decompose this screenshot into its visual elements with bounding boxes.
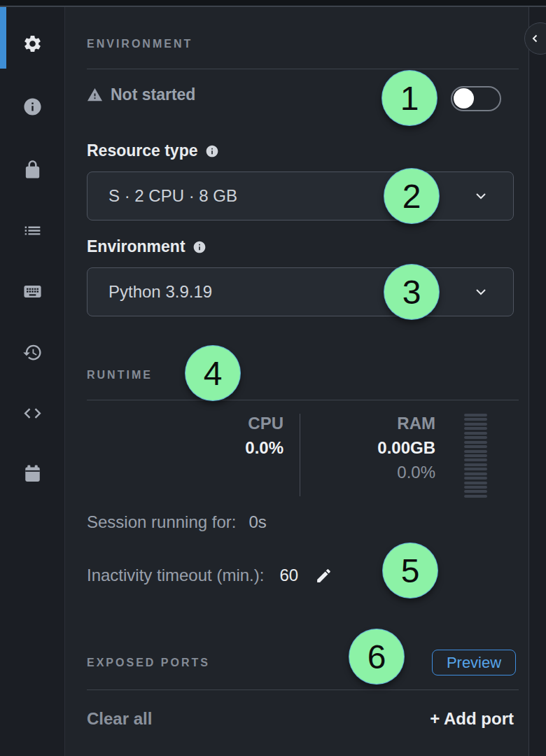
collapsed-rail: [529, 7, 546, 756]
environment-section-header: ENVIRONMENT: [87, 38, 192, 50]
settings-content: ENVIRONMENT Not started Resource type S …: [65, 7, 529, 756]
sidebar-item-list[interactable]: [0, 209, 64, 251]
ram-label: RAM: [330, 414, 435, 433]
sidebar-item-code[interactable]: [0, 392, 64, 434]
ram-value: 0.00GB: [330, 438, 435, 458]
top-border: [0, 0, 546, 7]
sidebar-item-shortcuts[interactable]: [0, 270, 64, 312]
code-icon: [22, 403, 43, 424]
annotation-marker-5: 5: [382, 542, 438, 598]
sidebar-item-history[interactable]: [0, 331, 64, 373]
chevron-down-icon: [472, 188, 489, 204]
resource-type-select[interactable]: S · 2 CPU · 8 GB: [87, 172, 514, 220]
sidebar-item-lock[interactable]: [0, 148, 64, 190]
ram-meter: [464, 414, 487, 498]
inactivity-timeout-value: 60: [279, 566, 298, 585]
pencil-icon: [315, 567, 332, 584]
cpu-label: CPU: [178, 414, 284, 433]
annotation-marker-1: 1: [382, 70, 438, 126]
resource-type-value: S · 2 CPU · 8 GB: [108, 186, 237, 206]
annotation-marker-6: 6: [349, 629, 405, 685]
lock-icon: [22, 160, 43, 180]
environment-select-label: Environment: [87, 237, 206, 256]
preview-button[interactable]: Preview: [432, 650, 516, 676]
machine-power-toggle[interactable]: [451, 86, 501, 111]
stats-divider: [300, 414, 300, 496]
sidebar: [0, 7, 65, 756]
session-running-row: Session running for: 0s: [87, 512, 267, 532]
status-label: Not started: [111, 85, 195, 104]
runtime-section-header: RUNTIME: [87, 369, 153, 382]
sidebar-item-info[interactable]: [0, 85, 64, 127]
info-tooltip-icon[interactable]: [205, 144, 219, 158]
sidebar-item-schedule[interactable]: [0, 452, 64, 494]
sidebar-item-settings[interactable]: [0, 22, 64, 64]
environment-settings-panel: ENVIRONMENT Not started Resource type S …: [0, 0, 546, 756]
info-tooltip-icon[interactable]: [192, 240, 206, 254]
machine-status: Not started: [87, 85, 195, 104]
chevron-down-icon: [472, 284, 489, 300]
gear-icon: [22, 34, 43, 54]
environment-select[interactable]: Python 3.9.19: [87, 267, 514, 316]
toggle-knob: [454, 88, 474, 108]
keyboard-icon: [22, 281, 43, 302]
warning-icon: [87, 87, 103, 103]
chevron-left-icon: [529, 32, 542, 45]
session-running-value: 0s: [248, 512, 266, 532]
exposed-ports-section-header: EXPOSED PORTS: [87, 657, 210, 669]
annotation-marker-2: 2: [384, 168, 440, 224]
inactivity-timeout-label: Inactivity timeout (min.):: [87, 566, 264, 585]
divider: [87, 69, 519, 69]
cpu-value: 0.0%: [178, 438, 284, 458]
annotation-marker-4: 4: [185, 345, 241, 401]
add-port-button[interactable]: + Add port: [430, 709, 514, 729]
resource-type-label: Resource type: [87, 141, 219, 160]
session-running-label: Session running for:: [87, 512, 236, 532]
info-icon: [22, 97, 43, 117]
annotation-marker-3: 3: [384, 264, 440, 320]
divider: [87, 400, 519, 400]
environment-value: Python 3.9.19: [108, 282, 212, 302]
edit-timeout-button[interactable]: [315, 567, 332, 584]
divider: [87, 690, 519, 690]
history-icon: [22, 342, 43, 363]
inactivity-timeout-row: Inactivity timeout (min.): 60: [87, 566, 332, 585]
ram-percent: 0.0%: [330, 463, 435, 482]
clear-all-button[interactable]: Clear all: [87, 709, 152, 729]
calendar-icon: [22, 463, 43, 484]
list-icon: [22, 220, 43, 241]
